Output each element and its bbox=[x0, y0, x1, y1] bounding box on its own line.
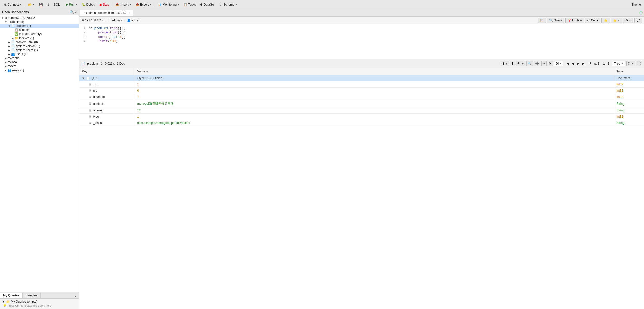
view-result-btn[interactable]: 👁 ▼ bbox=[516, 61, 525, 66]
schema-button[interactable]: 🗂 Schema ▼ bbox=[218, 2, 239, 7]
tree-item-test[interactable]: ▶ 🗃 test bbox=[0, 64, 79, 68]
page-last-btn[interactable]: ▶| bbox=[581, 61, 586, 66]
open-icon: 📂 bbox=[28, 3, 32, 6]
page-prev-btn[interactable]: ◀ bbox=[571, 61, 575, 66]
tree-item-system-users[interactable]: ▶ 📄 system.users (1) bbox=[0, 48, 79, 52]
page-refresh-btn[interactable]: ↺ bbox=[587, 61, 592, 66]
page-next-btn[interactable]: ▶ bbox=[576, 61, 580, 66]
db-selector[interactable]: 🗃 admin ▼ bbox=[108, 19, 123, 22]
page-size-dropdown[interactable]: 50 ▼ bbox=[554, 61, 564, 66]
type-text: String bbox=[617, 121, 624, 125]
code-icon: { } bbox=[587, 19, 590, 22]
code-btn[interactable]: { } Code bbox=[585, 18, 600, 23]
tree-item-users-admin[interactable]: ▶ 👥 users (1) bbox=[0, 52, 79, 56]
save-icon: 💾 bbox=[39, 3, 43, 6]
results-settings-btn[interactable]: ⚙ ▼ bbox=[626, 61, 635, 66]
tree-label-config: config bbox=[11, 56, 19, 60]
table-row[interactable]: ≡ _id 1Int32 bbox=[79, 81, 644, 88]
tree-label-problem: problem (1) bbox=[16, 24, 31, 28]
monitoring-icon: 📊 bbox=[158, 3, 162, 6]
search-result-btn[interactable]: 🔍 bbox=[526, 61, 533, 66]
tasks-button[interactable]: 📋 Tasks bbox=[182, 2, 197, 7]
field-icon: ≡ bbox=[89, 102, 91, 105]
code-editor[interactable]: 1 db.problem.find({}) 2 .projection({}) … bbox=[79, 24, 644, 59]
import-result-btn[interactable]: ⬇ bbox=[510, 61, 515, 66]
type-header-label: Type bbox=[617, 70, 623, 73]
tab-close-btn[interactable]: × bbox=[129, 11, 130, 14]
edit-doc-btn[interactable]: ✏ bbox=[541, 61, 547, 66]
bottom-collapse-btn[interactable]: ⌄ bbox=[72, 292, 79, 298]
save-button[interactable]: 💾 bbox=[37, 2, 44, 7]
open-button[interactable]: 📂 ▼ bbox=[27, 2, 36, 7]
new-tab-button[interactable]: ⊕ bbox=[639, 10, 643, 16]
stop-button[interactable]: ⏹ Stop bbox=[98, 2, 111, 7]
table-row[interactable]: ≡ pid 0Int32 bbox=[79, 88, 644, 94]
cell-value: monogoDB有哪些注意事项 bbox=[135, 100, 614, 107]
export-result-btn[interactable]: ⬆ ▼ bbox=[501, 61, 509, 66]
favorites-btn[interactable]: ⭐▼ bbox=[611, 18, 622, 23]
tree-item-problem[interactable]: ▼ 📄 problem (1) bbox=[0, 24, 79, 28]
table-row[interactable]: ≡ content monogoDB有哪些注意事项String bbox=[79, 100, 644, 107]
explain-btn[interactable]: ❓ Explain bbox=[565, 18, 584, 23]
row-expand-icon[interactable]: ▼ bbox=[82, 77, 85, 80]
results-bar: 📄 problem ⏱ 0.021 s 1 Doc ⬆ ▼ ⬇ 👁 bbox=[79, 59, 644, 68]
sql-button[interactable]: SQL bbox=[52, 2, 61, 7]
server-selector[interactable]: 🖥 192.168.1.2 ▼ bbox=[81, 19, 104, 22]
import-button[interactable]: 📥 Import ▼ bbox=[114, 2, 133, 7]
field-icon: ≡ bbox=[89, 122, 91, 124]
tree-label-validator: validator (empty) bbox=[19, 32, 42, 36]
tree-arrow-config: ▶ bbox=[5, 57, 8, 60]
cell-type: String bbox=[614, 100, 644, 107]
export-icon: 📤 bbox=[136, 3, 139, 6]
tree-item-users-top[interactable]: ▶ 👥 users (1) bbox=[0, 68, 79, 72]
query-btn[interactable]: 🔍 Query bbox=[547, 18, 564, 23]
query-tab[interactable]: 🗃 admin:problem@192.168.1.2 × bbox=[80, 10, 133, 16]
debug-label: Debug bbox=[86, 3, 95, 6]
tree-item-config[interactable]: ▶ 🗃 config bbox=[0, 56, 79, 60]
value-text: 0 bbox=[137, 89, 139, 92]
folder-icon-indexes: 📁 bbox=[15, 36, 18, 40]
code-btn-label: Code bbox=[591, 19, 598, 22]
tree-item-admin[interactable]: ▼ 🗃 admin (5) bbox=[0, 20, 79, 24]
export-button[interactable]: 📤 Export ▼ bbox=[134, 2, 153, 7]
sidebar-search-icon[interactable]: 🔍 bbox=[70, 10, 74, 14]
copy-btn[interactable]: 📋 bbox=[538, 18, 546, 23]
type-text: Int32 bbox=[617, 95, 623, 99]
tab-samples[interactable]: Samples bbox=[23, 293, 41, 298]
datagen-button[interactable]: ⚙ DataGen bbox=[198, 2, 217, 7]
settings-btn[interactable]: ⚙ ▼ bbox=[623, 18, 633, 23]
monitoring-button[interactable]: 📊 Monitoring ▼ bbox=[156, 2, 181, 7]
results-expand-btn[interactable]: ⛶ bbox=[636, 61, 642, 66]
table-row[interactable]: ≡ answer 12String bbox=[79, 107, 644, 114]
screen-button[interactable]: 🖥 bbox=[45, 2, 51, 7]
page-first-btn[interactable]: |◀ bbox=[565, 61, 570, 66]
import-dropdown-arrow: ▼ bbox=[129, 3, 132, 6]
type-text: String bbox=[617, 102, 624, 106]
tree-item-system-version[interactable]: ▶ 📄 system.version (2) bbox=[0, 44, 79, 48]
debug-button[interactable]: 🐛 Debug bbox=[80, 2, 97, 7]
delete-doc-btn[interactable]: ✖ bbox=[548, 61, 553, 66]
tree-item-local[interactable]: ▶ 🗃 local bbox=[0, 60, 79, 64]
tree-item-problembank[interactable]: ▶ 📄 problemBank (0) bbox=[0, 40, 79, 44]
my-queries-tree-item[interactable]: ▼ 📁 My Queries (empty) bbox=[1, 300, 78, 304]
tree-item-server[interactable]: ▼ 🖥 admin@192.168.1.2 bbox=[0, 16, 79, 20]
connect-button[interactable]: 🔌 Connect ▼ bbox=[2, 2, 23, 7]
bottom-tabs: My Queries Samples ⌄ bbox=[0, 292, 79, 299]
table-body: ▼ 📄 (1) 1 { type : 1 } (7 fields)Documen… bbox=[79, 75, 644, 126]
table-row[interactable]: ≡ courseId 1Int32 bbox=[79, 94, 644, 100]
star-btn[interactable]: ⭐ bbox=[601, 18, 610, 23]
run-button[interactable]: ▶ Run ▼ bbox=[65, 2, 79, 7]
tree-item-validator[interactable]: ▶ ✅ validator (empty) bbox=[0, 32, 79, 36]
tree-item-schema[interactable]: ▶ 📋 schema bbox=[0, 28, 79, 32]
sidebar-collapse-icon[interactable]: « bbox=[75, 10, 77, 14]
view-mode-dropdown[interactable]: Tree ▼ bbox=[612, 61, 626, 66]
add-doc-btn[interactable]: ➕ bbox=[534, 61, 540, 66]
expand-btn[interactable]: ⛶ bbox=[634, 18, 642, 23]
tab-my-queries[interactable]: My Queries bbox=[0, 293, 23, 298]
tree-item-indexes[interactable]: ▶ 📁 indexes (1) bbox=[0, 36, 79, 40]
table-row[interactable]: ≡ type 1Int32 bbox=[79, 114, 644, 120]
table-row[interactable]: ▼ 📄 (1) 1 { type : 1 } (7 fields)Documen… bbox=[79, 75, 644, 81]
table-row[interactable]: ≡ _class com.example.monogodb.po.TbProbl… bbox=[79, 120, 644, 126]
stop-label: Stop bbox=[103, 3, 109, 6]
theme-button[interactable]: Theme bbox=[630, 2, 642, 7]
